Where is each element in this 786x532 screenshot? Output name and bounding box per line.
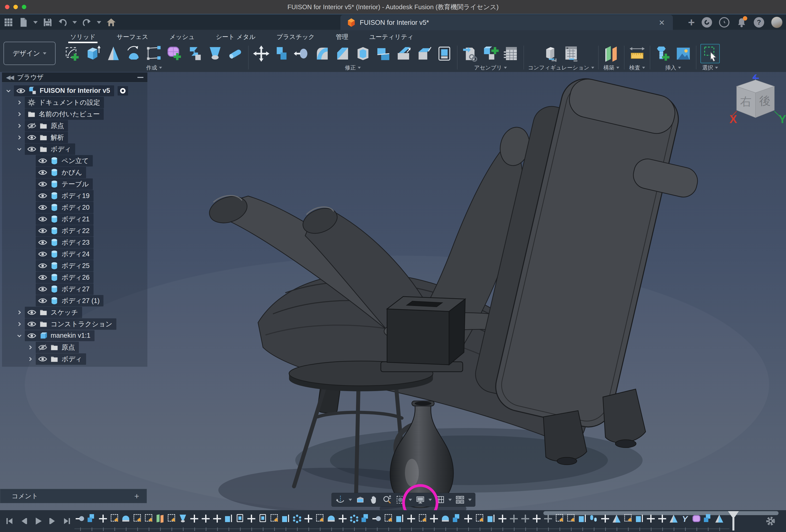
timeline-feature[interactable]	[257, 514, 269, 531]
visibility-eye-icon[interactable]	[38, 169, 47, 176]
display-settings-tool[interactable]	[415, 494, 426, 505]
timeline-feature[interactable]	[622, 514, 634, 531]
timeline-feature[interactable]	[109, 514, 120, 531]
group-inspect-label[interactable]: 検査	[629, 64, 640, 71]
timeline-feature[interactable]	[474, 514, 485, 531]
multiple-views-caret[interactable]	[468, 499, 472, 501]
timeline-feature[interactable]	[234, 514, 246, 531]
timeline-feature[interactable]	[223, 514, 234, 531]
visibility-eye-icon[interactable]	[38, 298, 47, 304]
group-construct-label[interactable]: 構築	[603, 64, 614, 71]
viewcube-face-right[interactable]: 右	[740, 95, 752, 108]
file-menu-icon[interactable]	[18, 17, 28, 27]
timeline-feature[interactable]	[177, 514, 189, 531]
go-to-start-button[interactable]	[4, 516, 15, 527]
browser-row[interactable]: テーブル	[2, 178, 147, 190]
browser-row[interactable]: ボディ	[2, 353, 147, 365]
fillet-button[interactable]	[314, 45, 331, 62]
multiple-views-tool[interactable]	[454, 494, 466, 505]
timeline-feature[interactable]	[634, 514, 645, 531]
ribbon-tab[interactable]: ユーティリティ	[369, 30, 414, 44]
ribbon-tab[interactable]: ソリッド	[70, 30, 95, 44]
create-sketch-button[interactable]	[64, 45, 82, 62]
app-grid-icon[interactable]	[3, 17, 14, 27]
timeline-feature[interactable]	[246, 514, 257, 531]
pattern-button[interactable]	[145, 45, 163, 62]
browser-row[interactable]: コンストラクション	[2, 318, 147, 330]
timeline-feature[interactable]	[325, 514, 337, 531]
visibility-eye-icon[interactable]	[38, 181, 47, 187]
timeline-feature[interactable]	[519, 514, 531, 531]
visibility-eye-icon[interactable]	[27, 332, 36, 339]
timeline-feature[interactable]	[554, 514, 565, 531]
browser-row[interactable]: ボディ26	[2, 272, 147, 283]
chamfer-button[interactable]	[334, 45, 351, 62]
press-pull-button[interactable]	[293, 45, 310, 62]
expand-arrow-icon[interactable]	[16, 135, 22, 140]
browser-row[interactable]: 解析	[2, 132, 147, 143]
timeline-feature[interactable]	[542, 514, 554, 531]
go-to-end-button[interactable]	[62, 516, 72, 527]
configuration-button[interactable]	[542, 45, 560, 62]
timeline-feature[interactable]	[691, 514, 702, 531]
timeline-feature[interactable]	[97, 514, 109, 531]
visibility-eye-icon[interactable]	[27, 146, 36, 152]
ribbon-tab[interactable]: サーフェス	[117, 30, 148, 44]
browser-row[interactable]: 原点	[2, 120, 147, 132]
timeline-feature[interactable]	[565, 514, 577, 531]
browser-row[interactable]: ドキュメントの設定	[2, 96, 147, 108]
ribbon-tab[interactable]: シート メタル	[216, 30, 256, 44]
pan-tool[interactable]	[368, 494, 379, 505]
timeline-feature[interactable]	[417, 514, 428, 531]
browser-row[interactable]: 名前の付いたビュー	[2, 108, 147, 120]
redo-icon[interactable]	[82, 17, 92, 27]
visibility-eye-icon[interactable]	[27, 321, 36, 327]
new-tab-button[interactable]: +	[688, 17, 695, 27]
grid-layout-tool[interactable]	[435, 494, 446, 505]
save-icon[interactable]	[43, 17, 53, 27]
redo-caret[interactable]	[97, 21, 101, 24]
browser-row[interactable]: ボディ25	[2, 260, 147, 272]
timeline-feature[interactable]	[154, 514, 166, 531]
group-create-label[interactable]: 作成	[146, 64, 157, 71]
orbit-caret[interactable]	[349, 499, 352, 501]
close-tab-icon[interactable]: ✕	[659, 18, 665, 27]
timeline-feature[interactable]	[497, 514, 508, 531]
undo-caret[interactable]	[72, 21, 77, 24]
minimize-panel-icon[interactable]	[137, 77, 143, 78]
viewcube-face-back[interactable]: 後	[759, 94, 771, 107]
timeline-feature[interactable]	[668, 514, 679, 531]
timeline-feature[interactable]	[714, 514, 725, 531]
browser-row[interactable]: ボディ23	[2, 236, 147, 248]
expand-arrow-icon[interactable]	[16, 111, 22, 117]
expand-arrow-icon[interactable]	[16, 123, 22, 129]
ribbon-tab[interactable]: メッシュ	[169, 30, 195, 44]
derive-button[interactable]	[461, 45, 479, 62]
timeline-feature[interactable]	[314, 514, 325, 531]
timeline-feature[interactable]	[440, 514, 451, 531]
construction-plane-button[interactable]	[603, 45, 620, 62]
configuration-table-button[interactable]	[563, 45, 580, 62]
design-workspace-menu[interactable]: デザイン	[3, 42, 55, 65]
comment-panel[interactable]: コメント +	[0, 489, 147, 503]
timeline-feature[interactable]	[394, 514, 406, 531]
timeline-feature[interactable]	[132, 514, 143, 531]
timeline-feature[interactable]	[303, 514, 314, 531]
visibility-eye-icon[interactable]	[27, 122, 36, 129]
group-insert-label[interactable]: 挿入	[665, 64, 676, 71]
shell-button[interactable]	[354, 45, 372, 62]
expand-arrow-icon[interactable]	[5, 88, 11, 94]
timeline-feature[interactable]	[428, 514, 440, 531]
timeline-feature[interactable]	[86, 514, 97, 531]
home-icon[interactable]	[106, 17, 116, 27]
document-tab[interactable]: FUISON for Interior v5* ✕	[340, 15, 673, 30]
combine-button[interactable]	[273, 45, 290, 62]
expand-arrow-icon[interactable]	[27, 344, 33, 350]
split-body-button[interactable]	[436, 45, 453, 62]
visibility-eye-icon[interactable]	[38, 262, 47, 269]
revolve-button[interactable]	[105, 45, 122, 62]
timeline-feature[interactable]	[371, 514, 383, 531]
browser-row[interactable]: FUISON for Interior v5	[2, 85, 147, 96]
browser-row[interactable]: ボディ21	[2, 213, 147, 225]
zoom-tool[interactable]	[382, 494, 393, 505]
